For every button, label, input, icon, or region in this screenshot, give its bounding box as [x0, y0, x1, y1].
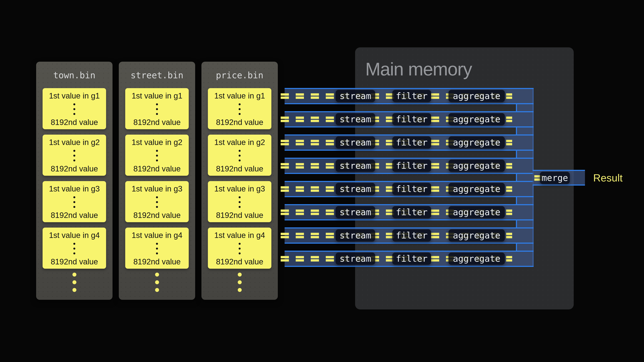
row-group-last-value-label: 8192nd value — [216, 118, 263, 127]
row-group-first-value-label: 1st value in g4 — [49, 231, 100, 240]
row-group-last-value-label: 8192nd value — [133, 257, 180, 266]
row-group-ellipsis-dots — [156, 243, 158, 254]
ellipsis-dot — [73, 248, 75, 250]
stage-chip-aggregate: aggregate — [448, 183, 505, 195]
ellipsis-dot — [156, 108, 158, 110]
ellipsis-dot — [239, 201, 240, 203]
row-group-first-value-label: 1st value in g3 — [132, 184, 182, 193]
stage-chip-aggregate: aggregate — [448, 136, 505, 149]
file-column-header: town.bin — [36, 71, 112, 80]
row-group-last-value-label: 8192nd value — [133, 118, 180, 127]
ellipsis-dot — [239, 155, 240, 157]
row-group-last-value-label: 8192nd value — [216, 257, 263, 266]
more-groups-dot — [72, 280, 76, 284]
row-group-block-g3: 1st value in g38192nd value — [42, 181, 106, 222]
stage-chip-filter: filter — [392, 206, 431, 218]
row-group-last-value-label: 8192nd value — [51, 257, 98, 266]
stage-chip-filter: filter — [392, 229, 431, 242]
row-group-first-value-label: 1st value in g4 — [132, 231, 182, 240]
more-groups-ellipsis — [36, 273, 112, 292]
stage-chip-stream: stream — [336, 160, 375, 172]
spine-gap-edge — [516, 127, 517, 134]
stage-chip-aggregate: aggregate — [448, 229, 505, 242]
row-group-first-value-label: 1st value in g3 — [49, 184, 100, 193]
ellipsis-dot — [156, 248, 158, 250]
spine-gap-fill — [517, 197, 534, 204]
row-group-ellipsis-dots — [239, 243, 240, 254]
file-column-header: price.bin — [202, 71, 278, 80]
stage-chip-filter: filter — [392, 113, 431, 125]
stage-chip-aggregate: aggregate — [448, 206, 505, 218]
spine-gap-fill — [517, 174, 534, 181]
more-groups-ellipsis — [202, 273, 278, 292]
row-group-ellipsis-dots — [73, 150, 75, 161]
stage-chip-stream: stream — [336, 253, 375, 265]
more-groups-dot — [72, 273, 76, 277]
row-group-ellipsis-dots — [239, 103, 240, 115]
more-groups-ellipsis — [119, 273, 195, 292]
ellipsis-dot — [239, 113, 240, 115]
row-group-ellipsis-dots — [156, 196, 158, 208]
row-group-last-value-label: 8192nd value — [51, 164, 98, 173]
spine-gap-edge — [516, 174, 517, 181]
file-column-street.bin: street.bin1st value in g18192nd value1st… — [119, 62, 195, 300]
ellipsis-dot — [73, 201, 75, 203]
ellipsis-dot — [73, 159, 75, 161]
row-group-first-value-label: 1st value in g2 — [132, 138, 182, 147]
more-groups-dot — [155, 280, 159, 284]
row-group-last-value-label: 8192nd value — [51, 118, 98, 127]
row-group-block-g4: 1st value in g48192nd value — [125, 228, 189, 269]
ellipsis-dot — [156, 113, 158, 115]
ellipsis-dot — [156, 150, 158, 152]
row-group-ellipsis-dots — [156, 103, 158, 115]
row-group-first-value-label: 1st value in g4 — [214, 231, 265, 240]
ellipsis-dot — [156, 155, 158, 157]
row-group-ellipsis-dots — [73, 243, 75, 254]
file-column-header: street.bin — [119, 71, 195, 80]
row-group-block-g3: 1st value in g38192nd value — [208, 181, 271, 222]
more-groups-dot — [72, 288, 76, 292]
more-groups-dot — [238, 288, 242, 292]
row-group-block-g1: 1st value in g18192nd value — [42, 88, 106, 129]
ellipsis-dot — [239, 159, 240, 161]
stage-chip-filter: filter — [392, 136, 431, 149]
ellipsis-dot — [156, 243, 158, 245]
ellipsis-dot — [73, 206, 75, 208]
stage-chip-stream: stream — [336, 229, 375, 242]
row-group-block-g1: 1st value in g18192nd value — [208, 88, 271, 129]
ellipsis-dot — [239, 150, 240, 152]
merge-operator-chip: merge — [540, 172, 570, 184]
ellipsis-dot — [156, 103, 158, 105]
main-memory-title: Main memory — [365, 60, 472, 78]
ellipsis-dot — [73, 155, 75, 157]
stage-chip-filter: filter — [392, 183, 431, 195]
row-group-ellipsis-dots — [73, 196, 75, 208]
row-group-first-value-label: 1st value in g1 — [49, 91, 100, 100]
diagram-canvas: Main memory town.bin1st value in g18192n… — [0, 0, 644, 362]
spine-gap-edge — [516, 151, 517, 158]
spine-gap-edge — [516, 197, 517, 204]
stage-chip-stream: stream — [336, 136, 375, 149]
spine-gap-fill — [517, 151, 534, 158]
row-group-last-value-label: 8192nd value — [133, 211, 180, 220]
spine-gap-edge — [516, 220, 517, 227]
stage-chip-filter: filter — [392, 160, 431, 172]
stage-chip-aggregate: aggregate — [448, 253, 505, 265]
row-group-block-g4: 1st value in g48192nd value — [42, 228, 106, 269]
row-group-last-value-label: 8192nd value — [216, 211, 263, 220]
ellipsis-dot — [73, 108, 75, 110]
stage-chip-aggregate: aggregate — [448, 90, 505, 102]
ellipsis-dot — [239, 243, 240, 245]
ellipsis-dot — [239, 252, 240, 254]
row-group-first-value-label: 1st value in g2 — [214, 138, 265, 147]
file-column-town.bin: town.bin1st value in g18192nd value1st v… — [36, 62, 112, 300]
row-group-block-g1: 1st value in g18192nd value — [125, 88, 189, 129]
more-groups-dot — [155, 288, 159, 292]
spine-gap-fill — [517, 220, 534, 227]
spine-gap-fill — [517, 104, 534, 111]
row-group-block-g2: 1st value in g28192nd value — [208, 135, 271, 176]
row-group-ellipsis-dots — [239, 150, 240, 161]
ellipsis-dot — [239, 103, 240, 105]
stage-chip-filter: filter — [392, 90, 431, 102]
stage-chip-stream: stream — [336, 90, 375, 102]
